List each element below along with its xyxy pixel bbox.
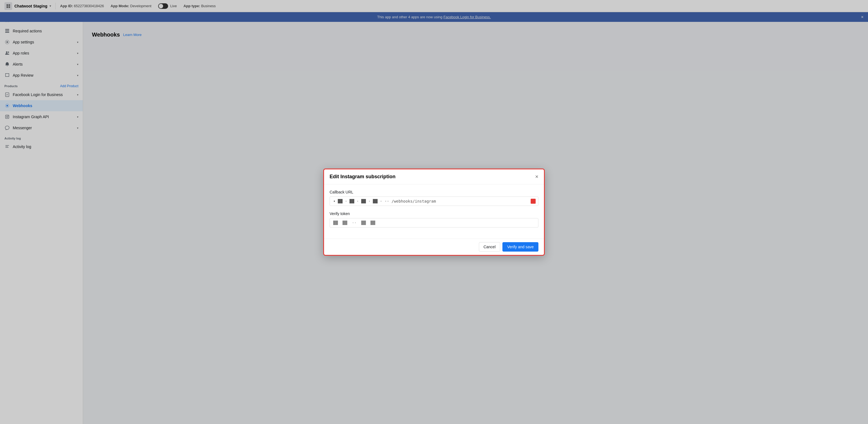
dialog-footer: Cancel Verify and save — [324, 238, 544, 255]
dialog-header: Edit Instagram subscription × — [324, 169, 544, 184]
verify-save-button[interactable]: Verify and save — [502, 242, 538, 252]
edit-subscription-dialog: Edit Instagram subscription × Callback U… — [323, 168, 545, 256]
callback-url-label: Callback URL — [330, 190, 538, 194]
dialog-title: Edit Instagram subscription — [330, 174, 396, 180]
callback-url-group: Callback URL — [330, 190, 538, 206]
cancel-button[interactable]: Cancel — [479, 242, 500, 252]
verify-token-label: Verify token — [330, 211, 538, 216]
dialog-body: Callback URL Verify token — [324, 184, 544, 238]
callback-url-input-wrap — [330, 196, 538, 206]
verify-token-group: Verify token — [330, 211, 538, 228]
callback-url-error-icon — [531, 199, 536, 204]
verify-token-input[interactable] — [330, 218, 538, 228]
modal-overlay: Edit Instagram subscription × Callback U… — [0, 0, 868, 424]
callback-url-input[interactable] — [330, 196, 538, 206]
verify-token-input-wrap — [330, 218, 538, 228]
dialog-close-button[interactable]: × — [535, 174, 538, 180]
